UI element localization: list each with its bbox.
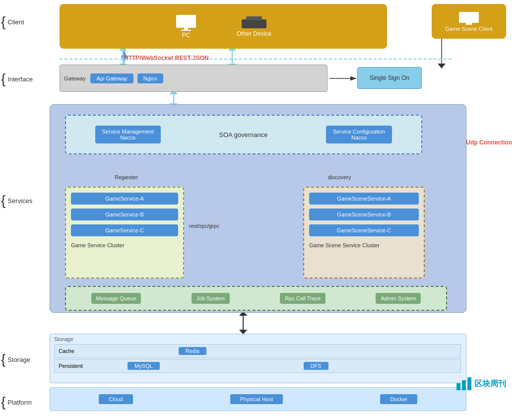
device-icon [241, 15, 267, 30]
cache-row: Cache Redis [54, 344, 461, 358]
bottom-services-box: Message Queue Job System Rpc Call Trace … [65, 286, 447, 311]
pc-item: PC [175, 14, 197, 39]
game-service-c: GameService-C [71, 224, 178, 236]
watermark: 区块周刊 [456, 377, 506, 390]
udp-label: Udp Connection [466, 139, 512, 146]
scene-service-a: GameSceneService-A [309, 193, 419, 205]
sso-box: Single Sign On [357, 67, 422, 89]
redis-btn: Redis [179, 347, 206, 355]
rpc-call-trace-btn: Rpc Call Trace [280, 293, 326, 304]
dfs-btn: DFS [304, 362, 328, 370]
persistent-row: Persistent MySQL DFS [54, 359, 461, 373]
pc-icon [175, 14, 197, 32]
dashed-line [60, 59, 452, 60]
services-box: Service Management Nacos SOA governance … [50, 104, 466, 313]
service-config-btn: Service Configuration Nacos [326, 126, 392, 143]
cloud-btn: Cloud [99, 394, 133, 404]
diagram: { Client { Interface { Services { Storag… [0, 0, 521, 420]
service-mgmt-btn: Service Management Nacos [95, 126, 161, 143]
watermark-bars [456, 377, 471, 390]
soa-box: Service Management Nacos SOA governance … [65, 115, 422, 154]
docker-btn: Docker [380, 394, 417, 404]
svg-rect-41 [184, 28, 188, 30]
services-label: { Services [1, 194, 32, 208]
scene-service-c: GameSceneService-C [309, 224, 419, 236]
platform-label: { Platform [1, 395, 32, 409]
job-system-btn: Job System [192, 293, 230, 304]
physical-host-btn: Physical Host [230, 394, 283, 404]
svg-marker-18 [438, 64, 446, 69]
client-box: PC Other Device [60, 4, 387, 49]
admin-system-btn: Admin System [376, 293, 421, 304]
http-label: HTTP/WebSocket REST JSON [124, 55, 208, 62]
scene-cluster-label: Game Scene Service Cluster [309, 242, 380, 248]
mysql-btn: MySQL [128, 362, 160, 370]
rpc-label: rest/rpc/grpc [189, 223, 219, 229]
svg-rect-45 [459, 12, 479, 23]
nginx-btn: Nginx [137, 73, 163, 83]
game-service-a: GameService-A [71, 193, 178, 205]
interface-label: { Interface [1, 72, 33, 86]
client-label: { Client [1, 15, 24, 29]
scene-cluster-box: GameSceneService-A GameSceneService-B Ga… [303, 187, 425, 279]
game-cluster-label: Game Service Cluster [71, 242, 125, 248]
scene-service-b: GameSceneService-B [309, 209, 419, 220]
storage-inner-label: Storage [54, 336, 73, 342]
storage-box: Storage Cache Redis Persistent MySQL DFS [50, 334, 466, 383]
game-cluster-box: GameService-A GameService-B GameService-… [65, 187, 184, 279]
game-service-b: GameService-B [71, 209, 178, 220]
storage-label: { Storage [1, 352, 30, 366]
svg-rect-40 [176, 15, 196, 28]
register-label: Regiester [115, 174, 138, 180]
svg-rect-43 [242, 19, 266, 28]
svg-rect-46 [466, 23, 472, 25]
gateway-box: Gateway Api Gateway Nginx [60, 65, 327, 92]
api-gateway-btn: Api Gateway [90, 73, 133, 83]
svg-rect-42 [181, 30, 191, 31]
svg-rect-44 [246, 16, 262, 20]
platform-box: Cloud Physical Host Docker [50, 387, 466, 411]
other-device-item: Other Device [237, 15, 271, 37]
game-scene-client-box: Game Scene Client [432, 4, 506, 39]
discovery-label: discovery [328, 174, 351, 180]
game-client-icon [458, 11, 480, 26]
message-queue-btn: Message Queue [91, 293, 141, 304]
